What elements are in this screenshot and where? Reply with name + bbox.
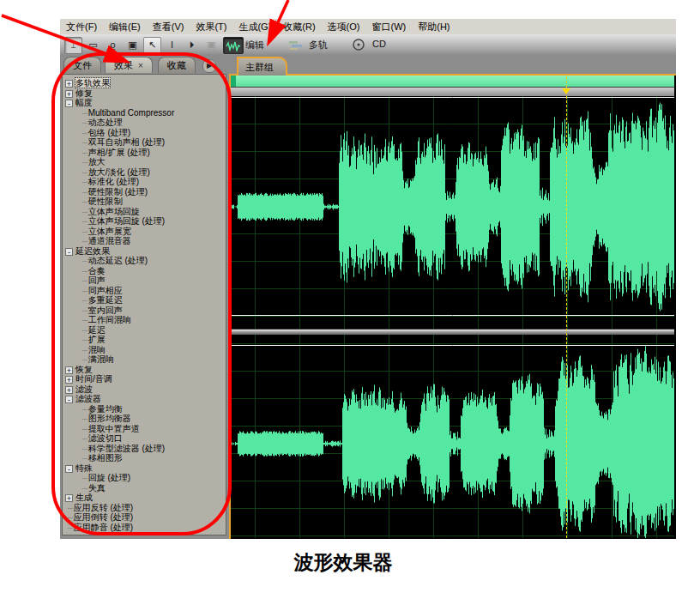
effects-tree-item[interactable]: ····参量均衡: [63, 404, 226, 414]
effects-tree-item[interactable]: ····放大/淡化 (处理): [63, 167, 226, 178]
effects-tree-item[interactable]: ····硬性限制 (处理): [63, 187, 226, 197]
effects-tree-item[interactable]: ····应用静音 (处理): [63, 523, 226, 533]
effects-tree-item[interactable]: ····移相图形: [63, 453, 226, 463]
effects-tree-item[interactable]: ····应用倒转 (处理): [63, 512, 226, 523]
tree-toggle-icon[interactable]: +: [65, 386, 73, 394]
effects-tree-item[interactable]: ····放大: [63, 157, 226, 167]
effects-tree-item[interactable]: ····硬性限制: [63, 197, 226, 207]
panel-tab-1[interactable]: 效果×: [105, 57, 153, 73]
menu-item-0[interactable]: 文件(F): [60, 19, 103, 34]
effects-tree-item[interactable]: ····包络 (处理): [63, 128, 226, 138]
effects-tree-item[interactable]: ····双耳自动声相 (处理): [63, 137, 226, 148]
effects-tree-item[interactable]: +滤波: [63, 384, 226, 395]
effects-tree-item[interactable]: ····Multiband Compressor: [63, 108, 226, 118]
menu-item-7[interactable]: 窗口(W): [366, 19, 413, 34]
effects-tree-item[interactable]: ····科学型滤波器 (处理): [63, 444, 226, 454]
hybrid-tool-icon[interactable]: ⌶: [64, 37, 82, 54]
effects-tree-item[interactable]: ····声相/扩展 (处理): [63, 148, 226, 158]
effects-tree-item[interactable]: ····提取中置声道: [63, 424, 226, 434]
edit-view-button[interactable]: [223, 37, 244, 54]
menu-item-1[interactable]: 编辑(E): [103, 19, 147, 34]
figure-caption: 波形效果器: [232, 549, 455, 576]
effects-tree-item[interactable]: ····工作间混响: [63, 315, 226, 325]
panel-tab-0[interactable]: 文件: [63, 57, 101, 73]
arrow-cursor-tool-icon[interactable]: ↖: [143, 37, 161, 54]
tree-item-label: 延迟: [88, 325, 106, 335]
effects-tree-item[interactable]: ····应用反转 (处理): [63, 503, 226, 513]
effects-tree-item[interactable]: ····同声相应: [63, 286, 226, 296]
tree-item-label: 放大: [88, 157, 106, 166]
effects-tree-item[interactable]: ····扩展: [63, 335, 226, 345]
overview-zoom-bar[interactable]: [231, 76, 674, 88]
tree-item-label: 双耳自动声相 (处理): [88, 137, 165, 147]
main-group-tab[interactable]: 主群组: [237, 57, 287, 76]
effects-tree-item[interactable]: ····动态处理: [63, 118, 226, 128]
tree-guide-dots: ····: [81, 159, 88, 166]
effects-tree-item[interactable]: ····回旋 (处理): [63, 473, 226, 483]
effects-tree-item[interactable]: ····混响: [63, 345, 226, 355]
tree-guide-dots: ····: [81, 268, 88, 275]
panel-overflow-button[interactable]: ▶: [202, 59, 216, 73]
marquee-selection-tool-icon[interactable]: ▭: [84, 37, 102, 54]
tree-toggle-icon[interactable]: -: [65, 465, 73, 473]
effects-tree-item[interactable]: +恢复: [63, 365, 226, 375]
play-cursor-tool-icon[interactable]: ⏵: [183, 37, 201, 54]
effects-tree-item[interactable]: ····回声: [63, 275, 226, 286]
effects-tree-item[interactable]: +生成: [63, 493, 226, 503]
effects-tree-item[interactable]: -特殊: [63, 463, 226, 474]
menu-item-4[interactable]: 生成(G): [232, 19, 277, 34]
close-tab-icon[interactable]: ×: [138, 61, 143, 70]
effects-tree-item[interactable]: ····立体声场回旋 (处理): [63, 216, 226, 227]
cd-view-button[interactable]: [350, 37, 369, 52]
waveform-display[interactable]: [231, 96, 674, 538]
effects-tree-item[interactable]: ····滤波切口: [63, 433, 226, 444]
lasso-selection-tool-icon[interactable]: ϱ: [104, 37, 122, 54]
playhead-line[interactable]: [566, 96, 567, 538]
effects-tree-item[interactable]: ····立体声场回旋: [63, 207, 226, 217]
multitrack-view-button[interactable]: [287, 37, 305, 52]
effects-tree-item[interactable]: -延迟效果: [63, 246, 226, 257]
effects-tree-item[interactable]: ····标准化 (处理): [63, 177, 226, 187]
effects-tree-item[interactable]: +时间/音调: [63, 374, 226, 384]
effects-tree-item[interactable]: +多轨效果: [63, 78, 226, 88]
effects-tree-item[interactable]: -幅度: [63, 98, 226, 108]
menu-item-6[interactable]: 选项(O): [322, 19, 366, 34]
tree-guide-dots: ····: [81, 169, 88, 177]
channel-separator[interactable]: [231, 329, 674, 335]
tree-toggle-icon[interactable]: +: [65, 376, 73, 384]
tree-item-label: 应用反转 (处理): [74, 503, 133, 512]
playhead-triangle-marker[interactable]: [562, 88, 570, 94]
scrub-tool-icon[interactable]: ▣: [202, 37, 220, 54]
menu-item-2[interactable]: 查看(V): [147, 19, 190, 34]
tree-toggle-icon[interactable]: -: [65, 248, 73, 256]
effects-tree-item[interactable]: -滤波器: [63, 394, 226, 404]
tree-toggle-icon[interactable]: +: [65, 366, 73, 374]
tree-toggle-icon[interactable]: -: [65, 396, 73, 403]
tree-toggle-icon[interactable]: -: [65, 100, 73, 107]
effects-tree-item[interactable]: ····动态延迟 (处理): [63, 256, 226, 266]
effects-tree-item[interactable]: ····室内回声: [63, 306, 226, 316]
tree-toggle-icon[interactable]: +: [65, 494, 73, 502]
menu-item-3[interactable]: 效果(T): [190, 19, 232, 34]
menu-item-8[interactable]: 帮助(H): [412, 19, 456, 34]
effects-tree-item[interactable]: ····立体声展宽: [63, 227, 226, 237]
ibeam-tool-icon[interactable]: I: [163, 37, 181, 54]
effects-tree-item[interactable]: ····通道混音器: [63, 236, 226, 246]
tree-toggle-icon[interactable]: +: [65, 90, 73, 98]
marker-ruler[interactable]: [231, 88, 674, 96]
tree-item-label: 滤波切口: [88, 433, 123, 443]
tree-guide-dots: ····: [81, 257, 88, 265]
tree-guide-dots: ····: [81, 485, 88, 493]
tree-guide-dots: ····: [81, 415, 88, 423]
panel-tab-2[interactable]: 收藏: [158, 57, 196, 73]
effects-tree-item[interactable]: ····多重延迟: [63, 295, 226, 306]
menu-item-5[interactable]: 收藏(R): [277, 19, 321, 34]
effects-tree-item[interactable]: ····合奏: [63, 266, 226, 276]
effects-tree-item[interactable]: +修复: [63, 88, 226, 99]
effects-tree-item[interactable]: ····满混响: [63, 354, 226, 365]
effects-tree-item[interactable]: ····失真: [63, 483, 226, 493]
effects-tree-item[interactable]: ····延迟: [63, 325, 226, 336]
move-copy-clip-tool-icon[interactable]: ▣: [124, 37, 142, 54]
tree-toggle-icon[interactable]: +: [65, 80, 73, 88]
effects-tree-item[interactable]: ····图形均衡器: [63, 414, 226, 424]
